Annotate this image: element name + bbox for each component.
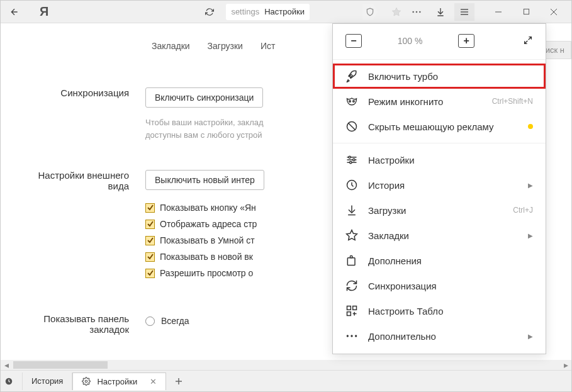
menu-icon[interactable] xyxy=(454,3,474,21)
address-title: Настройки xyxy=(264,7,305,16)
svg-point-1 xyxy=(412,11,414,13)
menu-item-label: Дополнения xyxy=(368,255,533,266)
close-button[interactable] xyxy=(540,3,568,21)
mask-icon xyxy=(345,95,358,108)
tab-downloads[interactable]: Загрузки xyxy=(208,41,243,51)
downloads-icon[interactable] xyxy=(430,3,451,21)
back-button[interactable] xyxy=(4,3,25,21)
svg-point-30 xyxy=(355,335,357,337)
bottom-tab-history[interactable]: История xyxy=(23,372,72,390)
menu-item-label: Загрузки xyxy=(368,205,503,216)
clock-icon xyxy=(4,377,13,386)
menu-item-label: Настроить Табло xyxy=(368,306,533,316)
minimize-button[interactable] xyxy=(485,3,512,21)
history-icon xyxy=(345,179,358,191)
scrollbar-track[interactable] xyxy=(13,361,559,369)
svg-point-20 xyxy=(350,162,352,164)
menu-item-label: Скрыть мешающую рекламу xyxy=(368,121,518,132)
tab-history[interactable]: Ист xyxy=(261,41,275,51)
chevron-right-icon: ▶ xyxy=(528,182,533,189)
puzzle-icon xyxy=(345,254,358,267)
menu-item-sync[interactable]: Синхронизация xyxy=(333,273,546,298)
svg-line-14 xyxy=(348,123,356,130)
menu-item-label: Режим инкогнито xyxy=(368,96,482,107)
maximize-button[interactable] xyxy=(512,3,540,21)
menu-item-label: Настройки xyxy=(368,155,533,165)
checkbox-checked-icon[interactable] xyxy=(145,236,155,245)
svg-rect-8 xyxy=(524,9,529,14)
menu-item-downloads[interactable]: Загрузки Ctrl+J xyxy=(333,198,546,223)
svg-point-18 xyxy=(349,156,350,158)
bottom-tab-status[interactable] xyxy=(1,372,23,390)
svg-point-2 xyxy=(416,11,418,13)
fullscreen-icon[interactable] xyxy=(523,35,533,47)
menu-item-addons[interactable]: Дополнения xyxy=(333,248,546,273)
shield-icon[interactable] xyxy=(362,4,378,20)
more-icon[interactable] xyxy=(407,3,427,21)
menu-item-settings[interactable]: Настройки xyxy=(333,147,546,172)
reload-button[interactable] xyxy=(199,3,220,21)
zoom-in-button[interactable]: + xyxy=(458,34,474,48)
zoom-value: 100 % xyxy=(398,36,423,46)
bookmark-star-icon[interactable] xyxy=(386,3,407,21)
svg-marker-0 xyxy=(392,8,400,16)
menu-item-history[interactable]: История ▶ xyxy=(333,172,546,198)
radio-label: Всегда xyxy=(161,316,189,326)
star-icon xyxy=(345,229,358,242)
menu-shortcut: Ctrl+J xyxy=(513,206,533,215)
radio-icon[interactable] xyxy=(145,316,155,326)
section-label: Показывать панель закладок xyxy=(20,313,145,335)
menu-item-tableau[interactable]: Настроить Табло xyxy=(333,298,546,323)
svg-rect-27 xyxy=(347,312,351,316)
svg-marker-22 xyxy=(347,230,357,240)
scroll-right-icon[interactable]: ▸ xyxy=(560,360,571,370)
section-label: Настройки внешнего вида xyxy=(20,170,145,284)
toolbar: Я settings Настройки xyxy=(1,1,571,23)
menu-item-hide-ads[interactable]: Скрыть мешающую рекламу xyxy=(333,114,546,139)
zoom-out-button[interactable]: − xyxy=(345,34,362,48)
main-menu: − 100 % + Включить турбо Режим инкогнито… xyxy=(332,23,546,354)
status-dot-icon xyxy=(528,124,533,129)
svg-point-3 xyxy=(419,11,421,13)
tab-label: Настройки xyxy=(97,377,137,386)
svg-point-11 xyxy=(349,101,351,103)
address-path: settings xyxy=(231,7,259,16)
gear-icon xyxy=(82,377,91,386)
svg-point-28 xyxy=(347,335,349,337)
grid-plus-icon xyxy=(345,305,358,317)
new-tab-button[interactable] xyxy=(166,372,191,390)
checkbox-checked-icon[interactable] xyxy=(145,252,155,262)
menu-item-incognito[interactable]: Режим инкогнито Ctrl+Shift+N xyxy=(333,89,546,114)
menu-item-bookmarks[interactable]: Закладки ▶ xyxy=(333,223,546,248)
checkbox-checked-icon[interactable] xyxy=(145,269,155,278)
menu-item-more[interactable]: Дополнительно ▶ xyxy=(333,323,546,349)
checkbox-checked-icon[interactable] xyxy=(145,220,155,229)
section-label: Синхронизация xyxy=(20,87,145,141)
checkbox-checked-icon[interactable] xyxy=(145,203,155,213)
address-bar[interactable]: settings Настройки xyxy=(226,4,310,20)
sliders-icon xyxy=(345,154,358,166)
svg-point-12 xyxy=(353,101,355,103)
scrollbar-thumb[interactable] xyxy=(13,361,108,369)
svg-point-32 xyxy=(86,380,88,383)
svg-rect-24 xyxy=(350,256,352,258)
enable-sync-button[interactable]: Включить синхронизаци xyxy=(145,87,263,108)
scroll-left-icon[interactable]: ◂ xyxy=(1,360,12,370)
disable-new-interface-button[interactable]: Выключить новый интер xyxy=(145,170,264,190)
close-tab-icon[interactable]: ✕ xyxy=(150,377,157,386)
block-icon xyxy=(345,120,358,133)
checkbox-label: Отображать адреса стр xyxy=(160,219,257,229)
sync-icon xyxy=(345,279,358,292)
menu-item-label: Включить турбо xyxy=(368,71,533,82)
bottom-tab-settings[interactable]: Настройки ✕ xyxy=(72,372,166,390)
rocket-icon xyxy=(345,70,358,82)
menu-item-turbo[interactable]: Включить турбо xyxy=(333,64,546,89)
yandex-logo[interactable]: Я xyxy=(33,4,55,19)
checkbox-label: Разрешить просмотр о xyxy=(160,268,253,278)
tab-bookmarks[interactable]: Закладки xyxy=(152,41,190,51)
zoom-controls: − 100 % + xyxy=(333,29,546,55)
svg-rect-25 xyxy=(347,306,351,310)
svg-rect-26 xyxy=(353,306,357,310)
tab-label: История xyxy=(31,376,63,386)
horizontal-scrollbar[interactable]: ◂ ▸ xyxy=(1,360,571,370)
